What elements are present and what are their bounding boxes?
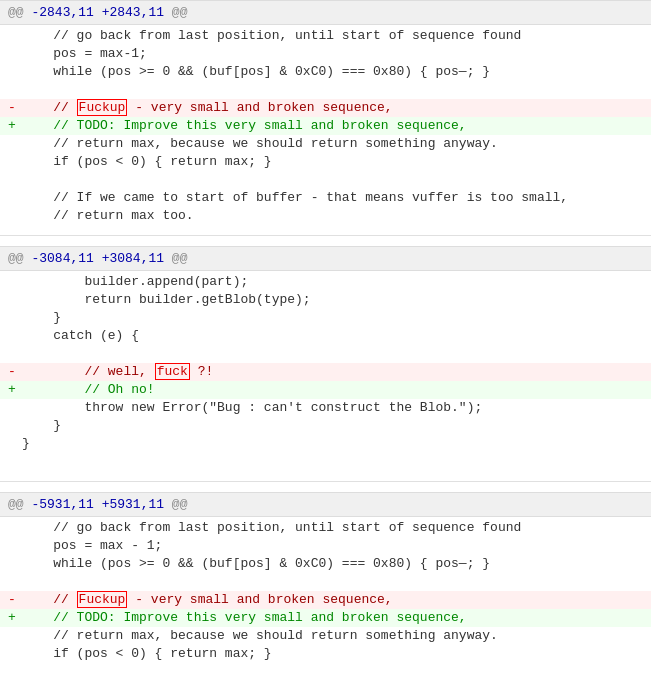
code-area-3: // go back from last position, until sta…: [0, 517, 651, 673]
line-added: + // TODO: Improve this very small and b…: [0, 117, 651, 135]
line: [0, 81, 651, 99]
range-2: -3084,11 +3084,11: [31, 251, 171, 266]
spacer-1: [0, 236, 651, 246]
diff-header-1: @@ -2843,11 +2843,11 @@: [0, 0, 651, 25]
highlight-fuck: fuck: [155, 363, 190, 380]
line: [0, 453, 651, 471]
at-sign-5: @@: [8, 497, 24, 512]
diff-block-2: @@ -3084,11 +3084,11 @@ builder.append(p…: [0, 246, 651, 482]
line: // If we came to start of buffer - that …: [0, 189, 651, 207]
range-1: -2843,11 +2843,11: [31, 5, 171, 20]
at-sign-3: @@: [8, 251, 24, 266]
line: }: [0, 435, 651, 453]
line: // return max too.: [0, 207, 651, 225]
highlight-fuckup-2: Fuckup: [77, 591, 128, 608]
line: }: [0, 309, 651, 327]
line: catch (e) {: [0, 327, 651, 345]
line: if (pos < 0) { return max; }: [0, 153, 651, 171]
line: while (pos >= 0 && (buf[pos] & 0xC0) ===…: [0, 555, 651, 573]
spacer-2: [0, 482, 651, 492]
diff-header-3: @@ -5931,11 +5931,11 @@: [0, 492, 651, 517]
line: // go back from last position, until sta…: [0, 519, 651, 537]
at-sign: @@: [8, 5, 24, 20]
line: builder.append(part);: [0, 273, 651, 291]
range-3: -5931,11 +5931,11: [31, 497, 171, 512]
line: [0, 345, 651, 363]
highlight-fuckup-1: Fuckup: [77, 99, 128, 116]
line: // return max, because we should return …: [0, 627, 651, 645]
line: // return max, because we should return …: [0, 135, 651, 153]
line-added-3: + // TODO: Improve this very small and b…: [0, 609, 651, 627]
code-area-1: // go back from last position, until sta…: [0, 25, 651, 227]
code-area-2: builder.append(part); return builder.get…: [0, 271, 651, 473]
line-added-2: + // Oh no!: [0, 381, 651, 399]
line: return builder.getBlob(type);: [0, 291, 651, 309]
at-sign-6: @@: [172, 497, 188, 512]
at-sign-2: @@: [172, 5, 188, 20]
line: throw new Error("Bug : can't construct t…: [0, 399, 651, 417]
line-removed-3: - // Fuckup - very small and broken sequ…: [0, 591, 651, 609]
line-removed-2: - // well, fuck ?!: [0, 363, 651, 381]
line: if (pos < 0) { return max; }: [0, 645, 651, 663]
line: while (pos >= 0 && (buf[pos] & 0xC0) ===…: [0, 63, 651, 81]
line: [0, 171, 651, 189]
at-sign-4: @@: [172, 251, 188, 266]
diff-container: @@ -2843,11 +2843,11 @@ // go back from …: [0, 0, 651, 673]
diff-block-3: @@ -5931,11 +5931,11 @@ // go back from …: [0, 492, 651, 673]
line-removed: - // Fuckup - very small and broken sequ…: [0, 99, 651, 117]
line: }: [0, 417, 651, 435]
line: pos = max-1;: [0, 45, 651, 63]
diff-block-1: @@ -2843,11 +2843,11 @@ // go back from …: [0, 0, 651, 236]
line: pos = max - 1;: [0, 537, 651, 555]
line: [0, 573, 651, 591]
diff-header-2: @@ -3084,11 +3084,11 @@: [0, 246, 651, 271]
line: // go back from last position, until sta…: [0, 27, 651, 45]
line: [0, 663, 651, 673]
